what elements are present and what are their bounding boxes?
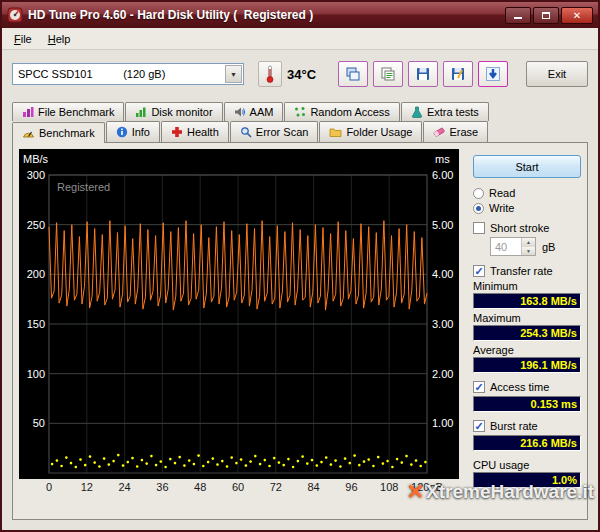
burst-rate-value: 216.6 MB/s [473,435,581,451]
burst-rate-checkbox[interactable]: ✓ Burst rate [473,420,581,432]
close-button[interactable]: ✕ [561,7,593,24]
tab-erase[interactable]: Erase [423,121,488,142]
svg-text:Registered: Registered [57,181,110,193]
svg-text:300: 300 [27,169,45,181]
maximize-button[interactable] [533,7,559,24]
copy-screenshot-icon [345,66,361,82]
write-radio-label: Write [489,202,514,214]
read-radio-label: Read [489,187,515,199]
menubar: File Help [2,28,598,50]
svg-text:MB/s: MB/s [23,153,49,165]
maximum-label: Maximum [473,312,581,324]
tab-label: Extra tests [427,106,479,118]
exit-button[interactable]: Exit [526,61,588,87]
x-axis-label: 60 [232,481,244,493]
speaker-icon [234,106,246,118]
svg-text:150: 150 [27,318,45,330]
minimize-button[interactable] [505,7,531,24]
short-stroke-checkbox[interactable]: Short stroke [473,222,581,234]
access-time-value: 0.153 ms [473,396,581,412]
x-axis-label: 24 [118,481,130,493]
menu-help[interactable]: Help [40,30,79,48]
benchmark-chart: 300250200150100506.005.004.003.002.001.0… [19,149,459,479]
copy-text-button[interactable] [373,61,403,87]
tab-label: File Benchmark [38,106,114,118]
minimum-value: 163.8 MB/s [473,293,581,309]
checkbox-unchecked-icon [473,222,485,234]
tab-aam[interactable]: AAM [224,102,284,121]
start-button[interactable]: Start [473,155,581,178]
burst-rate-label: Burst rate [490,420,538,432]
info-icon [116,126,128,138]
window-title: HD Tune Pro 4.60 - Hard Disk Utility ( R… [28,8,313,22]
save-text-button[interactable] [443,61,473,87]
benchmark-controls: Start Read Write Short stroke 40 ▲ ▼ [465,149,581,513]
checkbox-checked-icon: ✓ [473,420,485,432]
eraser-icon [433,126,445,138]
x-axis-label: 108 [380,481,398,493]
chevron-down-icon[interactable]: ▼ [225,65,242,83]
svg-text:4.00: 4.00 [432,268,453,280]
tab-label: Disk monitor [151,106,212,118]
thermometer-icon [265,65,275,83]
write-radio[interactable]: Write [473,202,581,214]
x-axis-labels: 01224364860728496108120gB [19,479,459,495]
svg-text:1.00: 1.00 [432,417,453,429]
short-stroke-size-row: 40 ▲ ▼ gB [490,237,581,256]
spin-down-icon[interactable]: ▼ [522,247,535,256]
svg-text:100: 100 [27,368,45,380]
minimum-label: Minimum [473,280,581,292]
x-axis-label: 120gB [411,481,443,493]
tab-label: Info [132,126,150,138]
access-time-checkbox[interactable]: ✓ Access time [473,381,581,393]
svg-text:200: 200 [27,268,45,280]
minimize-icon [514,12,522,19]
copy-screenshot-button[interactable] [338,61,368,87]
svg-text:6.00: 6.00 [432,169,453,181]
save-screenshot-button[interactable] [408,61,438,87]
tab-label: Folder Usage [346,126,412,138]
x-axis-label: 84 [307,481,319,493]
x-axis-label: 72 [270,481,282,493]
temperature-value: 34°C [287,67,316,82]
tab-file-benchmark[interactable]: File Benchmark [12,102,124,121]
extra-tests-icon [411,106,423,118]
hdtune-window: HD Tune Pro 4.60 - Hard Disk Utility ( R… [0,0,600,532]
tab-error-scan[interactable]: Error Scan [230,121,319,142]
random-access-icon [294,106,306,118]
read-radio[interactable]: Read [473,187,581,199]
update-download-button[interactable] [478,61,508,87]
tab-health[interactable]: Health [161,121,229,142]
cpu-usage-value: 1.0% [473,472,581,488]
svg-text:ms: ms [435,153,450,165]
tab-info[interactable]: Info [106,121,160,142]
checkbox-checked-icon: ✓ [473,381,485,393]
drive-select-value: SPCC SSD101 (120 gB) [18,68,165,80]
tab-random-access[interactable]: Random Access [284,102,399,121]
magnifier-icon [240,126,252,138]
svg-text:5.00: 5.00 [432,219,453,231]
transfer-rate-checkbox[interactable]: ✓ Transfer rate [473,265,581,277]
tab-benchmark[interactable]: Benchmark [12,122,105,143]
temperature-display: 34°C [258,61,316,87]
svg-text:50: 50 [33,417,45,429]
download-arrow-icon [485,66,501,82]
tab-label: AAM [250,106,274,118]
app-icon [7,7,23,23]
save-text-icon [450,66,466,82]
benchmark-gauge-icon [22,127,35,140]
file-benchmark-icon [22,106,34,118]
close-icon: ✕ [573,10,581,21]
tab-label: Benchmark [39,127,95,139]
spin-up-icon[interactable]: ▲ [522,238,535,247]
average-label: Average [473,344,581,356]
drive-select[interactable]: SPCC SSD101 (120 gB) ▼ [12,63,244,85]
tab-disk-monitor[interactable]: Disk monitor [125,102,222,121]
x-axis-label: 48 [194,481,206,493]
maximize-icon [542,12,550,19]
menu-file[interactable]: File [6,30,40,48]
tab-folder-usage[interactable]: Folder Usage [319,121,422,142]
tab-extra-tests[interactable]: Extra tests [401,102,489,121]
save-screenshot-icon [415,66,431,82]
short-stroke-size-input[interactable]: 40 ▲ ▼ [490,237,536,256]
